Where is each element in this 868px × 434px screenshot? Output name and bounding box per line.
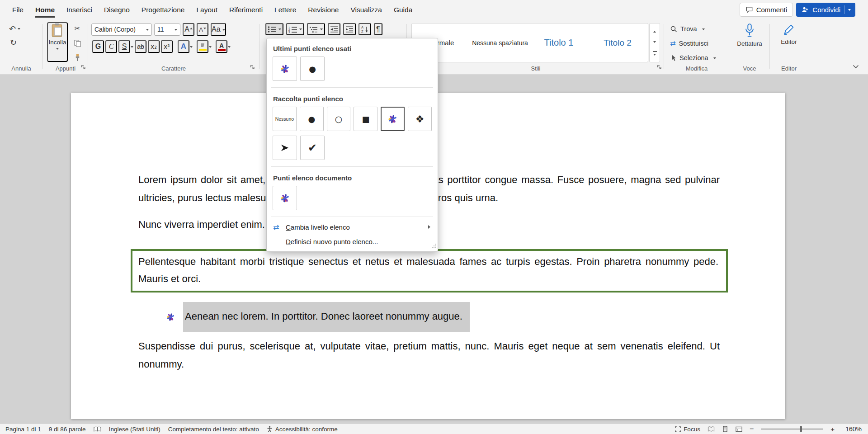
zoom-out-button[interactable]: − bbox=[750, 425, 754, 433]
change-list-level-item[interactable]: ⇄ Cambia livello elenco bbox=[267, 220, 438, 234]
shrink-font-button[interactable]: A bbox=[197, 23, 208, 36]
paste-button[interactable]: Incolla bbox=[47, 22, 68, 62]
text-completion-status[interactable]: Completamento del testo: attivato bbox=[168, 426, 259, 433]
zoom-in-button[interactable]: + bbox=[830, 425, 835, 433]
recent-bullet-flower[interactable] bbox=[273, 57, 297, 81]
bullets-button[interactable] bbox=[265, 23, 283, 35]
bullet-hollow-circle[interactable]: ○ bbox=[327, 107, 351, 131]
accessibility-status[interactable]: Accessibilità: conforme bbox=[267, 426, 338, 433]
document-bullet-flower[interactable] bbox=[273, 186, 297, 210]
editor-button[interactable]: Editor bbox=[770, 23, 807, 45]
multilevel-list-button[interactable] bbox=[307, 23, 325, 35]
paragraph-pellentesque[interactable]: Pellentesque habitant morbi tristique se… bbox=[138, 253, 718, 288]
language-status[interactable]: Inglese (Stati Uniti) bbox=[109, 426, 160, 433]
highlight-color-button[interactable] bbox=[197, 40, 208, 53]
styles-dialog-launcher[interactable] bbox=[657, 63, 662, 71]
style-no-spacing[interactable]: Nessuna spaziatura bbox=[471, 24, 529, 62]
proofing-status[interactable] bbox=[94, 426, 101, 432]
chevron-down-icon[interactable] bbox=[190, 46, 193, 49]
recent-bullet-dot[interactable]: ● bbox=[300, 57, 325, 81]
chevron-down-icon[interactable] bbox=[278, 28, 281, 32]
collapse-ribbon-button[interactable] bbox=[853, 62, 859, 71]
underline-button[interactable]: S bbox=[118, 40, 130, 53]
chevron-down-icon[interactable] bbox=[56, 48, 59, 51]
paragraph-suspendisse[interactable]: Suspendisse dui purus, scelerisque at, v… bbox=[138, 337, 720, 373]
chevron-down-icon[interactable] bbox=[209, 46, 212, 49]
superscript-button[interactable]: x² bbox=[161, 40, 173, 53]
chevron-down-icon[interactable] bbox=[131, 46, 133, 49]
zoom-percentage[interactable]: 160% bbox=[842, 425, 862, 433]
chevron-down-icon[interactable] bbox=[18, 28, 20, 31]
font-color-button[interactable]: A bbox=[216, 40, 227, 53]
bold-button[interactable]: G bbox=[92, 40, 104, 53]
gallery-up-icon[interactable] bbox=[653, 29, 656, 33]
find-button[interactable]: Trova bbox=[670, 23, 705, 35]
bullet-checkmark[interactable]: ✔ bbox=[300, 136, 325, 160]
chevron-down-icon[interactable] bbox=[848, 9, 851, 12]
show-formatting-button[interactable]: ¶ bbox=[374, 23, 382, 35]
focus-mode-button[interactable]: Focus bbox=[675, 426, 700, 433]
page-number-status[interactable]: Pagina 1 di 1 bbox=[5, 426, 41, 433]
numbering-button[interactable]: 1 2 3 bbox=[286, 23, 304, 35]
resize-grip[interactable] bbox=[432, 242, 436, 250]
decrease-indent-button[interactable] bbox=[328, 23, 340, 35]
read-mode-button[interactable] bbox=[708, 426, 715, 432]
web-layout-button[interactable] bbox=[736, 426, 742, 432]
redo-button[interactable]: ↻ bbox=[10, 38, 17, 47]
green-bordered-paragraph[interactable]: Pellentesque habitant morbi tristique se… bbox=[131, 249, 728, 292]
chevron-down-icon[interactable] bbox=[146, 29, 149, 32]
zoom-slider[interactable] bbox=[761, 429, 823, 429]
sort-button[interactable]: A Z bbox=[359, 23, 371, 35]
bullet-custom-flower-selected[interactable] bbox=[381, 107, 405, 131]
comments-button[interactable]: Commenti bbox=[740, 3, 793, 17]
cut-button[interactable]: ✂ bbox=[71, 23, 83, 34]
tab-riferimenti[interactable]: Riferimenti bbox=[223, 0, 269, 19]
font-dialog-launcher[interactable] bbox=[250, 63, 255, 71]
replace-button[interactable]: ⇄ Sostituisci bbox=[670, 38, 708, 49]
share-button[interactable]: Condividi bbox=[796, 3, 855, 17]
chevron-down-icon[interactable] bbox=[299, 28, 302, 32]
gallery-down-icon[interactable] bbox=[653, 41, 656, 44]
tab-visualizza[interactable]: Visualizza bbox=[344, 0, 388, 19]
tab-guida[interactable]: Guida bbox=[388, 0, 418, 19]
grow-font-button[interactable]: A bbox=[183, 23, 194, 36]
style-heading1[interactable]: Titolo 1 bbox=[529, 24, 588, 62]
italic-button[interactable]: C bbox=[105, 40, 117, 53]
bullet-filled-circle[interactable]: ● bbox=[300, 107, 324, 131]
bullet-arrowhead[interactable] bbox=[273, 136, 297, 160]
bullet-square[interactable]: ■ bbox=[354, 107, 377, 131]
print-layout-button[interactable] bbox=[722, 426, 728, 432]
bullet-four-diamonds[interactable]: ❖ bbox=[408, 107, 432, 131]
gallery-more-button[interactable] bbox=[653, 51, 657, 56]
zoom-slider-thumb[interactable] bbox=[800, 426, 802, 432]
dictate-button[interactable]: Dettatura bbox=[730, 23, 769, 47]
bullet-none[interactable]: Nessuno bbox=[273, 107, 297, 131]
clipboard-dialog-launcher[interactable] bbox=[81, 63, 86, 71]
subscript-button[interactable]: x₂ bbox=[148, 40, 160, 53]
define-new-bullet-item[interactable]: Definisci nuovo punto elenco... bbox=[267, 234, 438, 249]
tab-inserisci[interactable]: Inserisci bbox=[61, 0, 98, 19]
tab-home[interactable]: Home bbox=[29, 0, 61, 19]
style-heading2[interactable]: Titolo 2 bbox=[588, 24, 647, 62]
copy-button[interactable] bbox=[71, 38, 83, 48]
tab-revisione[interactable]: Revisione bbox=[302, 0, 344, 19]
tab-file[interactable]: File bbox=[6, 0, 29, 19]
font-name-select[interactable]: Calibri (Corpo) bbox=[91, 24, 152, 36]
selected-list-text[interactable]: Aenean nec lorem. In porttitor. Donec la… bbox=[183, 302, 470, 332]
font-size-select[interactable]: 11 bbox=[154, 24, 180, 36]
tab-progettazione[interactable]: Progettazione bbox=[136, 0, 191, 19]
chevron-down-icon[interactable] bbox=[228, 46, 231, 49]
tab-disegno[interactable]: Disegno bbox=[98, 0, 136, 19]
tab-lettere[interactable]: Lettere bbox=[269, 0, 302, 19]
undo-button[interactable]: ↶ bbox=[9, 24, 16, 33]
tab-layout[interactable]: Layout bbox=[190, 0, 223, 19]
select-button[interactable]: Seleziona bbox=[670, 52, 716, 64]
strikethrough-button[interactable]: ab bbox=[135, 40, 146, 53]
chevron-down-icon[interactable] bbox=[175, 29, 177, 32]
format-painter-button[interactable] bbox=[71, 52, 83, 63]
word-count-status[interactable]: 9 di 86 parole bbox=[49, 426, 86, 433]
text-effects-button[interactable]: A bbox=[178, 40, 189, 53]
chevron-down-icon[interactable] bbox=[320, 28, 323, 32]
increase-indent-button[interactable] bbox=[343, 23, 356, 35]
change-case-button[interactable]: Aa bbox=[211, 23, 226, 36]
